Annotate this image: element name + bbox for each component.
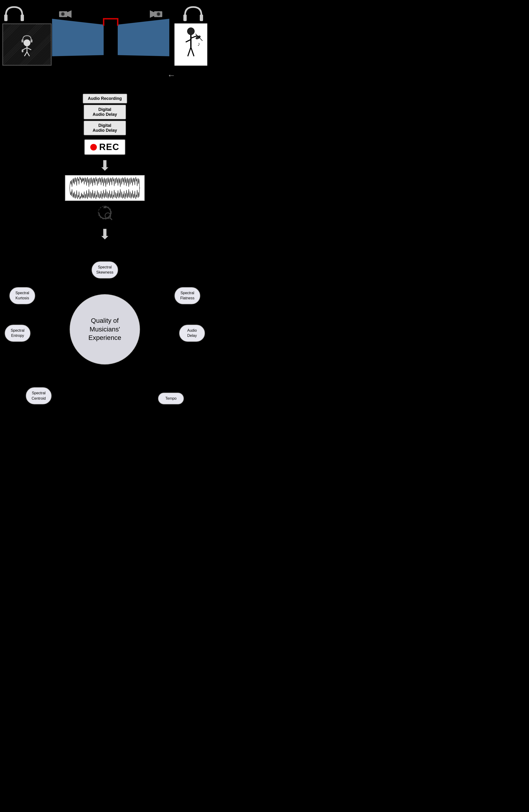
person-left-box [2,24,52,66]
rec-label: REC [99,142,119,152]
spectral-entropy-label: SpectralEntropy [11,329,25,337]
waveform-box [65,175,145,201]
down-arrow-2: ⬇ [99,227,111,242]
svg-text:♪: ♪ [198,41,200,47]
rec-box: REC [84,139,126,155]
musician-right-box: ♪ [174,24,207,66]
svg-rect-5 [30,39,32,42]
audio-delay-bubble: AudioDelay [179,325,205,342]
svg-point-29 [157,13,160,15]
svg-rect-2 [183,15,187,21]
top-section: ♪ [0,0,210,99]
camera-setup [47,9,174,56]
spectral-entropy-bubble: SpectralEntropy [5,325,30,342]
svg-line-11 [24,52,27,56]
tempo-bubble: Tempo [158,393,184,404]
svg-rect-4 [22,39,24,42]
spectral-kurtosis-bubble: SpectralKurtosis [9,287,35,304]
spectral-centroid-bubble: SpectralCentroid [26,387,52,404]
audio-recording-box: Audio Recording [83,94,127,103]
audio-delay-label: AudioDelay [187,329,197,337]
spectral-centroid-label: SpectralCentroid [32,391,46,400]
svg-point-25 [62,13,64,15]
tempo-label: Tempo [165,396,176,401]
digital-audio-delay-1-box: DigitalAudio Delay [84,105,126,119]
svg-point-13 [187,27,195,35]
spectral-kurtosis-label: SpectralKurtosis [15,291,29,300]
quality-experience-oval: Quality ofMusicians'Experience [70,294,140,364]
fft-icon [97,204,113,224]
svg-marker-31 [118,19,169,56]
svg-rect-1 [20,15,24,21]
spectral-skewness-bubble: SpectralSkewness [92,261,118,278]
svg-line-20 [191,47,194,56]
svg-line-8 [23,48,27,50]
audio-recording-label: Audio Recording [88,96,122,101]
spectral-skewness-label: SpectralSkewness [96,265,114,274]
left-arrow-icon: ← [167,70,176,80]
svg-line-12 [27,52,30,56]
digital-audio-delay-2-label: DigitalAudio Delay [92,123,117,133]
svg-rect-3 [200,15,203,21]
svg-line-9 [27,48,31,50]
svg-line-19 [188,47,191,56]
rec-dot [90,144,97,150]
svg-rect-10 [22,49,24,53]
spectral-flatness-bubble: SpectralFlatness [174,287,200,304]
digital-audio-delay-1-label: DigitalAudio Delay [92,107,117,117]
svg-rect-0 [4,15,8,21]
quality-experience-label: Quality ofMusicians'Experience [88,317,121,342]
center-flow: Audio Recording DigitalAudio Delay Digit… [0,91,210,243]
spectral-flatness-label: SpectralFlatness [180,291,195,300]
svg-point-6 [24,39,30,46]
digital-audio-delay-2-box: DigitalAudio Delay [84,121,126,135]
waveform-svg [67,176,142,200]
features-section: Quality ofMusicians'Experience SpectralS… [0,247,210,411]
svg-marker-30 [52,19,104,56]
svg-line-36 [110,218,112,220]
svg-line-18 [186,39,191,42]
down-arrow-1: ⬇ [99,159,111,173]
